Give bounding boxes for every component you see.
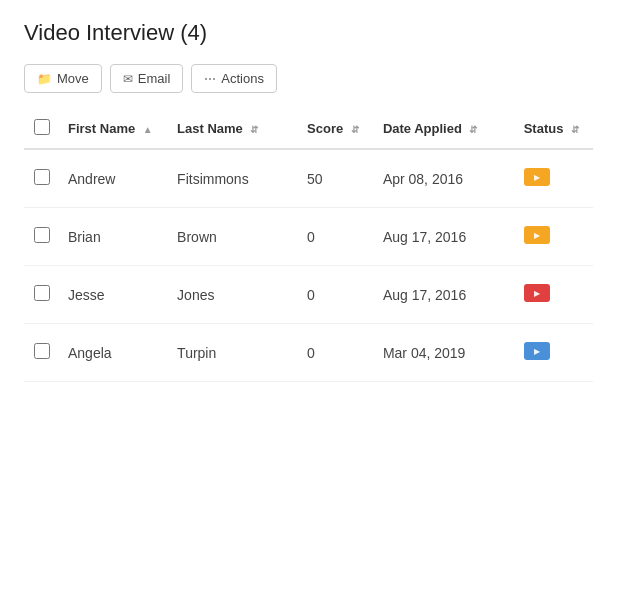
video-status-icon[interactable] (524, 168, 550, 186)
move-label: Move (57, 71, 89, 86)
table-row: Jesse Jones 0 Aug 17, 2016 (24, 266, 593, 324)
col-header-last-name[interactable]: Last Name ⇵ (169, 109, 299, 149)
email-label: Email (138, 71, 171, 86)
sort-icon-date: ⇵ (469, 124, 477, 135)
table-row: Andrew Fitsimmons 50 Apr 08, 2016 (24, 149, 593, 208)
email-button[interactable]: ✉ Email (110, 64, 184, 93)
col-header-first-name[interactable]: First Name ▲ (60, 109, 169, 149)
table-row: Angela Turpin 0 Mar 04, 2019 (24, 324, 593, 382)
page-title: Video Interview (4) (24, 20, 593, 46)
col-header-status[interactable]: Status ⇵ (516, 109, 593, 149)
row-checkbox-cell (24, 324, 60, 382)
candidates-table: First Name ▲ Last Name ⇵ Score ⇵ Date Ap… (24, 109, 593, 382)
actions-label: Actions (221, 71, 264, 86)
cell-last-name: Brown (169, 208, 299, 266)
row-checkbox-1[interactable] (34, 227, 50, 243)
toolbar: 📁 Move ✉ Email ⋯ Actions (24, 64, 593, 93)
actions-button[interactable]: ⋯ Actions (191, 64, 277, 93)
cell-date-applied: Apr 08, 2016 (375, 149, 516, 208)
sort-icon-last-name: ⇵ (250, 124, 258, 135)
cell-score: 50 (299, 149, 375, 208)
cell-date-applied: Aug 17, 2016 (375, 266, 516, 324)
cell-status[interactable] (516, 266, 593, 324)
col-header-score[interactable]: Score ⇵ (299, 109, 375, 149)
cell-last-name: Jones (169, 266, 299, 324)
video-status-icon[interactable] (524, 342, 550, 360)
cell-first-name: Jesse (60, 266, 169, 324)
cell-status[interactable] (516, 324, 593, 382)
move-button[interactable]: 📁 Move (24, 64, 102, 93)
cell-date-applied: Mar 04, 2019 (375, 324, 516, 382)
row-checkbox-cell (24, 266, 60, 324)
sort-asc-icon: ▲ (143, 124, 153, 135)
cell-last-name: Fitsimmons (169, 149, 299, 208)
row-checkbox-cell (24, 149, 60, 208)
cell-score: 0 (299, 324, 375, 382)
sort-icon-score: ⇵ (351, 124, 359, 135)
cell-first-name: Angela (60, 324, 169, 382)
row-checkbox-cell (24, 208, 60, 266)
row-checkbox-3[interactable] (34, 343, 50, 359)
row-checkbox-0[interactable] (34, 169, 50, 185)
row-checkbox-2[interactable] (34, 285, 50, 301)
cell-date-applied: Aug 17, 2016 (375, 208, 516, 266)
table-header-row: First Name ▲ Last Name ⇵ Score ⇵ Date Ap… (24, 109, 593, 149)
table-row: Brian Brown 0 Aug 17, 2016 (24, 208, 593, 266)
email-icon: ✉ (123, 72, 133, 86)
cell-status[interactable] (516, 149, 593, 208)
folder-icon: 📁 (37, 72, 52, 86)
cell-last-name: Turpin (169, 324, 299, 382)
ellipsis-icon: ⋯ (204, 72, 216, 86)
cell-score: 0 (299, 266, 375, 324)
cell-first-name: Brian (60, 208, 169, 266)
video-status-icon[interactable] (524, 226, 550, 244)
select-all-checkbox[interactable] (34, 119, 50, 135)
cell-score: 0 (299, 208, 375, 266)
col-header-date-applied[interactable]: Date Applied ⇵ (375, 109, 516, 149)
cell-status[interactable] (516, 208, 593, 266)
video-status-icon[interactable] (524, 284, 550, 302)
select-all-column (24, 109, 60, 149)
sort-icon-status: ⇵ (571, 124, 579, 135)
cell-first-name: Andrew (60, 149, 169, 208)
